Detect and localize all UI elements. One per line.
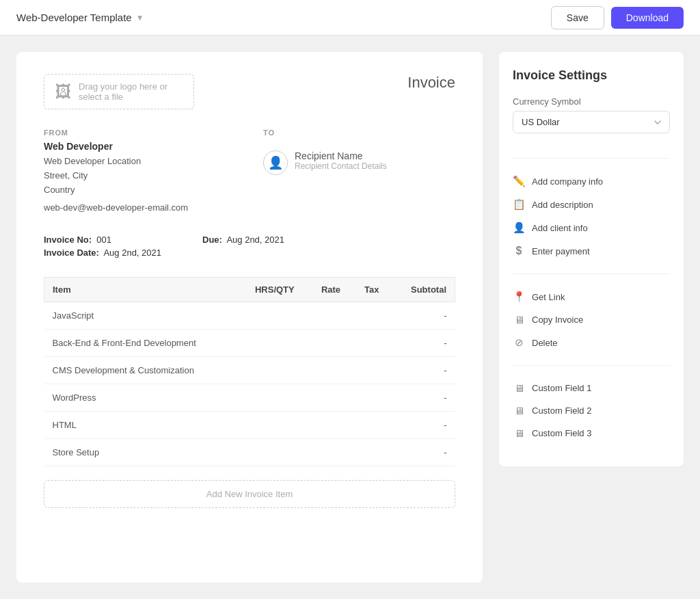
- col-rate: Rate: [309, 278, 353, 302]
- add-client-info-action[interactable]: 👤 Add client info: [513, 216, 670, 239]
- item-tax: [353, 330, 391, 357]
- sidebar-panel: Invoice Settings Currency Symbol US Doll…: [499, 52, 684, 466]
- sidebar-title: Invoice Settings: [513, 68, 670, 83]
- from-address-line3: Country: [44, 183, 236, 198]
- from-label: FROM: [44, 129, 236, 137]
- custom-field-1-label: Custom Field 1: [532, 383, 591, 393]
- item-tax: [353, 412, 391, 439]
- due-line: Due: Aug 2nd, 2021: [202, 235, 284, 245]
- table-row: JavaScript -: [44, 302, 455, 330]
- invoice-title: Invoice: [407, 74, 455, 92]
- item-name: WordPress: [44, 384, 241, 412]
- item-subtotal: -: [391, 302, 455, 330]
- item-rate: [309, 302, 353, 330]
- item-name: Back-End & Front-End Development: [44, 330, 241, 357]
- item-subtotal: -: [391, 439, 455, 466]
- from-address-line2: Street, City: [44, 169, 236, 183]
- copy-icon: 🖥: [513, 314, 525, 325]
- copy-invoice-label: Copy Invoice: [532, 315, 583, 325]
- add-company-info-label: Add company info: [532, 176, 603, 187]
- table-header: Item HRS/QTY Rate Tax Subtotal: [44, 278, 455, 302]
- add-description-label: Add description: [532, 200, 593, 210]
- pencil-icon: ✏️: [513, 175, 525, 187]
- logo-placeholder-text: Drag your logo here or select a file: [79, 81, 183, 102]
- get-link-label: Get Link: [532, 292, 565, 302]
- item-tax: [353, 384, 391, 412]
- custom-field-2-label: Custom Field 2: [532, 405, 591, 416]
- from-email: web-dev@web-developer-email.com: [44, 201, 236, 215]
- main-layout: 🖼 Drag your logo here or select a file I…: [0, 36, 700, 599]
- delete-label: Delete: [532, 338, 558, 348]
- invoice-date-label: Invoice Date:: [44, 248, 99, 258]
- item-name: Store Setup: [44, 439, 241, 466]
- to-section: TO 👤 Recipient Name Recipient Contact De…: [263, 129, 455, 215]
- custom-field-1-action[interactable]: 🖥 Custom Field 1: [513, 377, 670, 399]
- sidebar-group-1: ✏️ Add company info 📋 Add description 👤 …: [513, 170, 670, 263]
- topbar-actions: Save Download: [551, 6, 684, 29]
- col-tax: Tax: [353, 278, 391, 302]
- pin-icon: 📍: [513, 291, 525, 303]
- divider-2: [513, 274, 670, 274]
- item-hrs-qty: [241, 302, 309, 330]
- item-name: HTML: [44, 412, 241, 439]
- item-name: CMS Development & Customization: [44, 357, 241, 384]
- template-name: Web-Developer Template: [16, 12, 132, 23]
- add-client-info-label: Add client info: [532, 223, 588, 233]
- item-subtotal: -: [391, 330, 455, 357]
- template-name-area: Web-Developer Template ▼: [16, 12, 144, 23]
- invoice-meta-left: Invoice No: 001 Invoice Date: Aug 2nd, 2…: [44, 235, 161, 258]
- invoice-no-label: Invoice No:: [44, 235, 92, 245]
- recipient-avatar: 👤: [263, 150, 288, 175]
- table-row: HTML -: [44, 412, 455, 439]
- copy-invoice-action[interactable]: 🖥 Copy Invoice: [513, 308, 670, 331]
- item-rate: [309, 412, 353, 439]
- recipient-name: Recipient Name: [295, 150, 387, 161]
- add-company-info-action[interactable]: ✏️ Add company info: [513, 170, 670, 193]
- custom-field-2-action[interactable]: 🖥 Custom Field 2: [513, 399, 670, 422]
- items-table: Item HRS/QTY Rate Tax Subtotal JavaScrip…: [44, 277, 455, 466]
- currency-select[interactable]: US Dollar Euro British Pound Japanese Ye…: [513, 111, 670, 133]
- item-hrs-qty: [241, 412, 309, 439]
- delete-action[interactable]: ⊘ Delete: [513, 331, 670, 354]
- enter-payment-label: Enter payment: [532, 246, 590, 256]
- dollar-icon: $: [513, 245, 525, 257]
- download-button[interactable]: Download: [611, 7, 684, 29]
- item-rate: [309, 357, 353, 384]
- custom-field-3-action[interactable]: 🖥 Custom Field 3: [513, 422, 670, 444]
- invoice-container: 🖼 Drag your logo here or select a file I…: [16, 52, 483, 583]
- chevron-down-icon[interactable]: ▼: [136, 13, 144, 23]
- items-body: JavaScript - Back-End & Front-End Develo…: [44, 302, 455, 466]
- table-row: CMS Development & Customization -: [44, 357, 455, 384]
- sidebar-group-2: 📍 Get Link 🖥 Copy Invoice ⊘ Delete: [513, 285, 670, 354]
- enter-payment-action[interactable]: $ Enter payment: [513, 239, 670, 263]
- from-section: FROM Web Developer Web Developer Locatio…: [44, 129, 236, 215]
- item-subtotal: -: [391, 384, 455, 412]
- item-rate: [309, 439, 353, 466]
- item-name: JavaScript: [44, 302, 241, 330]
- col-hrs-qty: HRS/QTY: [241, 278, 309, 302]
- add-item-button[interactable]: Add New Invoice Item: [44, 480, 455, 508]
- clipboard-icon: 📋: [513, 198, 525, 211]
- person-icon: 👤: [513, 222, 525, 234]
- add-description-action[interactable]: 📋 Add description: [513, 193, 670, 216]
- to-label: TO: [263, 129, 455, 137]
- item-subtotal: -: [391, 357, 455, 384]
- invoice-meta-right: Due: Aug 2nd, 2021: [202, 235, 284, 258]
- delete-icon: ⊘: [513, 336, 525, 349]
- invoice-date-value: Aug 2nd, 2021: [103, 248, 161, 258]
- invoice-no-line: Invoice No: 001: [44, 235, 161, 245]
- get-link-action[interactable]: 📍 Get Link: [513, 285, 670, 308]
- custom-field-2-icon: 🖥: [513, 405, 525, 416]
- image-icon: 🖼: [55, 82, 72, 101]
- table-row: Store Setup -: [44, 439, 455, 466]
- invoice-date-line: Invoice Date: Aug 2nd, 2021: [44, 248, 161, 258]
- save-button[interactable]: Save: [551, 6, 604, 29]
- col-subtotal: Subtotal: [391, 278, 455, 302]
- from-address: Web Developer Location Street, City Coun…: [44, 155, 236, 215]
- logo-upload[interactable]: 🖼 Drag your logo here or select a file: [44, 74, 194, 109]
- item-subtotal: -: [391, 412, 455, 439]
- table-row: WordPress -: [44, 384, 455, 412]
- sidebar-group-3: 🖥 Custom Field 1 🖥 Custom Field 2 🖥 Cust…: [513, 377, 670, 444]
- recipient-contact: Recipient Contact Details: [295, 161, 387, 171]
- recipient-info: Recipient Name Recipient Contact Details: [295, 141, 387, 171]
